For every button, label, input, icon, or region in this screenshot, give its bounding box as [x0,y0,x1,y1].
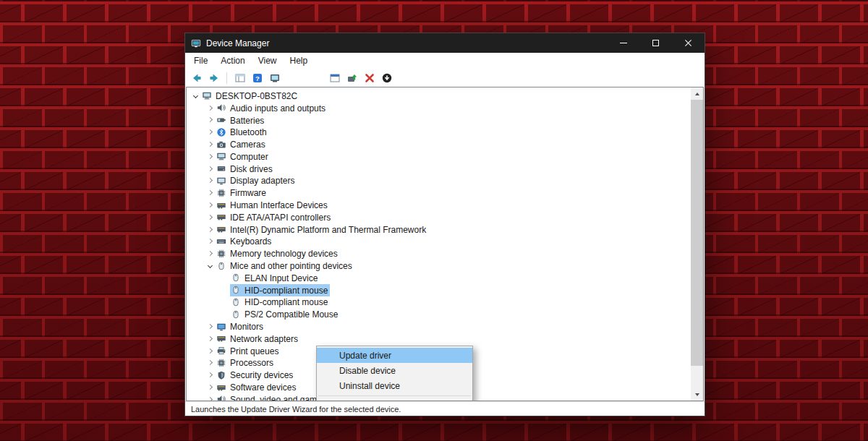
tree-item-content: Print queues [216,345,281,357]
tree-item-content: DESKTOP-0BST82C [201,90,299,102]
tree-item-label: Human Interface Devices [230,200,328,210]
tree-item-label: Memory technology devices [230,248,338,259]
tree-item-bluetooth[interactable]: Bluetooth [187,126,691,138]
chevron-right-icon[interactable] [204,361,216,364]
context-menu-item-update-driver[interactable]: Update driver [317,348,472,363]
menu-help[interactable]: Help [284,53,315,68]
chevron-right-icon[interactable] [204,203,216,207]
tree-item-content: Human Interface Devices [216,199,330,211]
tree-item-display-adapters[interactable]: Display adapters [187,175,691,187]
help-icon[interactable]: ? [250,71,265,85]
tree-item-content: Firmware [216,187,268,199]
forward-icon[interactable] [206,71,221,85]
chevron-right-icon[interactable] [204,215,216,219]
context-menu-item-uninstall-device[interactable]: Uninstall device [317,378,472,393]
chevron-right-icon[interactable] [204,239,216,243]
tree-item-disk-drives[interactable]: Disk drives [187,163,691,175]
close-button[interactable] [672,33,705,53]
maximize-button[interactable] [639,33,672,53]
minimize-button[interactable] [607,33,639,53]
tree-item-memory-technology-devices[interactable]: Memory technology devices [187,247,691,260]
chevron-right-icon[interactable] [204,337,216,341]
context-menu: Update driverDisable deviceUninstall dev… [316,346,473,401]
tree-item-label: Network adapters [230,333,298,344]
chevron-right-icon[interactable] [204,142,216,146]
tree-item-keyboards[interactable]: Keyboards [187,236,691,248]
tree-item-content: HID-compliant mouse [230,296,330,308]
tree-item-label: Keyboards [230,236,271,247]
mouse-icon [231,285,242,295]
uninstall-device-icon[interactable] [362,71,377,85]
chevron-right-icon[interactable] [204,191,216,194]
tree-item-ide-ata-atapi-controllers[interactable]: IDE ATA/ATAPI controllers [187,211,691,223]
chevron-right-icon[interactable] [204,385,216,389]
tree-item-label: Print queues [230,346,278,356]
chevron-right-icon[interactable] [204,228,216,231]
console-tree-icon[interactable] [232,71,247,85]
menu-view[interactable]: View [252,53,284,68]
tree-item-monitors[interactable]: Monitors [187,320,691,333]
tree-item-label: Batteries [230,115,264,126]
scrollbar-down-button[interactable] [691,388,703,401]
chevron-down-icon[interactable] [190,94,201,98]
tree-item-label: Cameras [230,139,265,150]
tree-item-intel-r-dynamic-platform-and-thermal-framework[interactable]: Intel(R) Dynamic Platform and Thermal Fr… [187,223,691,236]
chevron-right-icon[interactable] [204,130,216,134]
tree-item-batteries[interactable]: Batteries [187,114,691,127]
tree-item-hid-compliant-mouse[interactable]: HID-compliant mouse [187,284,691,296]
card-icon [216,224,227,234]
scrollbar-up-button[interactable] [691,87,703,100]
tree-item-label: DESKTOP-0BST82C [216,90,297,101]
tree-item-human-interface-devices[interactable]: Human Interface Devices [187,199,691,211]
tree-item-label: HID-compliant mouse [244,285,328,296]
chevron-right-icon[interactable] [204,252,216,255]
menu-file[interactable]: File [187,53,214,68]
tree-item-label: Firmware [230,187,266,198]
chevron-right-icon[interactable] [204,373,216,377]
status-bar: Launches the Update Driver Wizard for th… [185,401,705,416]
window-title: Device Manager [206,38,269,48]
mouse-icon [231,309,242,320]
chevron-right-icon[interactable] [204,179,216,182]
scrollbar-thumb[interactable] [691,100,703,366]
tree-item-firmware[interactable]: Firmware [187,187,691,199]
tree-item-content: Monitors [216,320,265,333]
back-icon[interactable] [189,71,204,85]
chip-icon [216,249,227,259]
card-icon [216,382,227,393]
vertical-scrollbar[interactable] [691,87,703,401]
tree-item-mice-and-other-pointing-devices[interactable]: Mice and other pointing devices [187,260,691,272]
properties-icon[interactable] [267,71,282,85]
menu-action[interactable]: Action [214,53,251,68]
chevron-right-icon[interactable] [204,325,216,328]
tree-item-content: Disk drives [216,163,275,175]
tree-item-elan-input-device[interactable]: ELAN Input Device [187,272,691,284]
chevron-right-icon[interactable] [204,349,216,353]
title-bar[interactable]: Device Manager [185,33,705,53]
chip-icon [216,358,227,368]
chevron-right-icon[interactable] [204,155,216,158]
tree-item-hid-compliant-mouse[interactable]: HID-compliant mouse [187,296,691,309]
tree-item-computer[interactable]: Computer [187,150,691,163]
context-menu-item-scan-for-hardware-changes[interactable]: Scan for hardware changes [317,398,472,401]
popup-window-icon[interactable] [327,71,342,85]
tree-item-desktop-0bst82c[interactable]: DESKTOP-0BST82C [187,90,691,102]
chevron-right-icon[interactable] [204,106,216,110]
toolbar-separator [226,72,227,84]
chevron-down-icon[interactable] [204,264,216,267]
chevron-right-icon[interactable] [204,167,216,171]
speaker-icon [216,103,227,113]
computer-icon [202,90,213,100]
update-driver-icon[interactable] [344,71,359,85]
disable-device-icon[interactable] [379,71,394,85]
tree-item-audio-inputs-and-outputs[interactable]: Audio inputs and outputs [187,102,691,114]
tree-item-cameras[interactable]: Cameras [187,138,691,150]
tree-item-content: Security devices [216,369,295,381]
tree-item-ps-2-compatible-mouse[interactable]: PS/2 Compatible Mouse [187,308,691,320]
context-menu-item-disable-device[interactable]: Disable device [317,363,472,378]
tree-item-content: Network adapters [216,333,300,345]
chevron-right-icon[interactable] [204,118,216,121]
tree-item-network-adapters[interactable]: Network adapters [187,333,691,345]
chevron-right-icon[interactable] [204,398,216,401]
tree-item-label: Monitors [230,321,263,332]
